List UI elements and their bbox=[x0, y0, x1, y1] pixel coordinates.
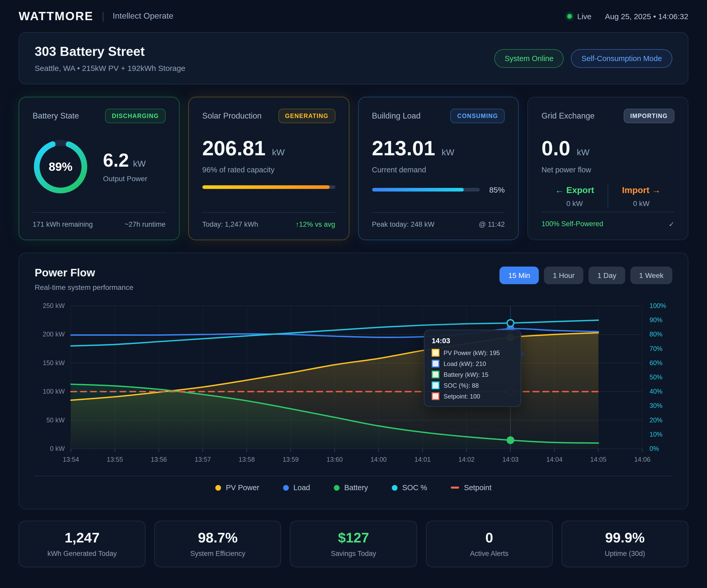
legend-dot-icon bbox=[215, 485, 221, 490]
solar-value-row: 206.81 kW bbox=[202, 138, 335, 158]
stat-label: Active Alerts bbox=[470, 549, 508, 557]
range-button-1-week[interactable]: 1 Week bbox=[630, 267, 672, 284]
legend-dot-icon bbox=[334, 485, 339, 490]
svg-text:13:60: 13:60 bbox=[327, 456, 343, 463]
solar-value: 206.81 bbox=[202, 137, 266, 159]
svg-text:80%: 80% bbox=[649, 330, 663, 338]
stat-label: Savings Today bbox=[331, 549, 376, 557]
solar-progress-fill bbox=[202, 185, 330, 189]
svg-text:250 kW: 250 kW bbox=[43, 302, 65, 309]
svg-text:60%: 60% bbox=[649, 359, 663, 366]
svg-text:150 kW: 150 kW bbox=[43, 359, 65, 366]
top-bar: WATTMORE | Intellect Operate Live Aug 25… bbox=[19, 0, 688, 32]
solar-card-footer: Today: 1,247 kWh ↑12% vs avg bbox=[202, 221, 335, 228]
self-consumption-mode-badge[interactable]: Self-Consumption Mode bbox=[571, 49, 672, 68]
svg-text:13:59: 13:59 bbox=[282, 456, 299, 463]
load-progress-row: 85% bbox=[372, 185, 505, 194]
site-name: 303 Battery Street bbox=[35, 44, 185, 59]
solar-progress-track bbox=[202, 185, 335, 189]
battery-state-card: Battery State DISCHARGING bbox=[19, 97, 179, 240]
svg-text:30%: 30% bbox=[649, 402, 663, 409]
header-status-group: Live Aug 25, 2025 • 14:06:32 bbox=[567, 12, 688, 21]
load-progress-track bbox=[372, 188, 480, 192]
legend-item-load[interactable]: Load bbox=[283, 484, 310, 492]
grid-netflow-label: Net power flow bbox=[542, 166, 675, 174]
solar-card-title: Solar Production bbox=[202, 111, 262, 121]
svg-text:100 kW: 100 kW bbox=[43, 388, 65, 395]
tooltip-swatch-icon bbox=[432, 349, 439, 357]
tooltip-row: PV Power (kW): 195 bbox=[432, 349, 513, 357]
stat-label: System Efficiency bbox=[190, 549, 245, 557]
svg-text:14:02: 14:02 bbox=[458, 456, 475, 463]
brand-logo: WATTMORE bbox=[19, 9, 93, 23]
svg-text:13:57: 13:57 bbox=[195, 456, 211, 463]
battery-output-unit: kW bbox=[133, 159, 146, 168]
power-flow-title: Power Flow bbox=[35, 267, 133, 279]
legend-label: Battery bbox=[344, 484, 368, 492]
tooltip-row: Load (kW): 210 bbox=[432, 360, 513, 367]
site-card: 303 Battery Street Seattle, WA • 215kW P… bbox=[19, 32, 688, 85]
tooltip-row-label: Load (kW): 210 bbox=[443, 360, 486, 367]
grid-import-value: 0 kW bbox=[608, 199, 674, 207]
grid-import-label: Import → bbox=[608, 185, 674, 195]
legend-item-soc-[interactable]: SOC % bbox=[392, 484, 427, 492]
legend-item-battery[interactable]: Battery bbox=[334, 484, 368, 492]
svg-text:14:05: 14:05 bbox=[590, 456, 607, 463]
stat-card-uptime-30d-: 99.9%Uptime (30d) bbox=[562, 521, 688, 567]
time-range-selector: 15 Min1 Hour1 Day1 Week bbox=[500, 267, 672, 284]
stat-label: kWh Generated Today bbox=[47, 549, 117, 557]
svg-text:20%: 20% bbox=[649, 416, 663, 424]
grid-card-divider bbox=[542, 212, 675, 212]
solar-card-divider bbox=[202, 212, 335, 213]
svg-text:70%: 70% bbox=[649, 345, 663, 352]
svg-text:0 kW: 0 kW bbox=[50, 445, 65, 452]
solar-status-badge: GENERATING bbox=[278, 109, 335, 123]
stat-value: 98.7% bbox=[198, 531, 238, 545]
datetime-label: Aug 25, 2025 • 14:06:32 bbox=[605, 12, 688, 21]
svg-text:14:03: 14:03 bbox=[502, 456, 518, 463]
grid-flow-row: ← Export 0 kW Import → 0 kW bbox=[542, 184, 675, 208]
solar-production-card: Solar Production GENERATING 206.81 kW 96… bbox=[189, 97, 349, 240]
battery-remaining-label: 171 kWh remaining bbox=[33, 221, 93, 228]
grid-exchange-card: Grid Exchange IMPORTING 0.0 kW Net power… bbox=[528, 97, 688, 240]
svg-text:10%: 10% bbox=[649, 431, 663, 438]
chart-legend: PV PowerLoadBatterySOC %Setpoint bbox=[35, 476, 672, 492]
tooltip-row: Setpoint: 100 bbox=[432, 392, 513, 400]
power-flow-card: Power Flow Real-time system performance … bbox=[19, 253, 688, 509]
battery-output: 6.2kW Output Power bbox=[103, 151, 147, 183]
legend-item-pv-power[interactable]: PV Power bbox=[215, 484, 259, 492]
legend-item-setpoint[interactable]: Setpoint bbox=[451, 484, 492, 492]
stat-value: $127 bbox=[338, 531, 369, 545]
legend-dot-icon bbox=[392, 485, 398, 490]
solar-progress-row bbox=[202, 185, 335, 189]
tooltip-swatch-icon bbox=[432, 370, 439, 379]
stat-value: 99.9% bbox=[605, 531, 645, 545]
power-flow-chart[interactable]: 250 kW200 kW150 kW100 kW50 kW0 kW100%90%… bbox=[35, 298, 673, 472]
solar-vs-avg-label: ↑12% vs avg bbox=[296, 221, 335, 228]
solar-unit: kW bbox=[272, 148, 285, 157]
svg-text:40%: 40% bbox=[649, 388, 663, 395]
chart-wrapper: 250 kW200 kW150 kW100 kW50 kW0 kW100%90%… bbox=[35, 298, 672, 475]
tooltip-swatch-icon bbox=[432, 360, 439, 367]
load-card-header: Building Load CONSUMING bbox=[372, 109, 505, 123]
legend-dash-icon bbox=[451, 487, 459, 489]
brand-group: WATTMORE | Intellect Operate bbox=[19, 9, 173, 23]
grid-export-value: 0 kW bbox=[542, 199, 608, 207]
tooltip-time: 14:03 bbox=[432, 336, 513, 345]
range-button-1-day[interactable]: 1 Day bbox=[588, 267, 625, 284]
tooltip-row-label: Setpoint: 100 bbox=[443, 393, 480, 400]
power-flow-titles: Power Flow Real-time system performance bbox=[35, 267, 133, 291]
load-progress-fill bbox=[372, 188, 464, 192]
stat-card-savings-today: $127Savings Today bbox=[290, 521, 417, 567]
range-button-1-hour[interactable]: 1 Hour bbox=[544, 267, 583, 284]
load-peak-time-label: @ 11:42 bbox=[479, 221, 505, 228]
live-label: Live bbox=[577, 12, 591, 21]
load-demand-label: Current demand bbox=[372, 166, 505, 174]
grid-export-label: ← Export bbox=[542, 185, 608, 195]
load-card-title: Building Load bbox=[372, 111, 420, 121]
load-value: 213.01 bbox=[372, 137, 435, 159]
site-subtitle: Seattle, WA • 215kW PV + 192kWh Storage bbox=[35, 64, 185, 72]
grid-import-column: Import → 0 kW bbox=[608, 185, 674, 207]
battery-output-value: 6.2kW bbox=[103, 151, 147, 169]
range-button-15-min[interactable]: 15 Min bbox=[500, 267, 539, 284]
